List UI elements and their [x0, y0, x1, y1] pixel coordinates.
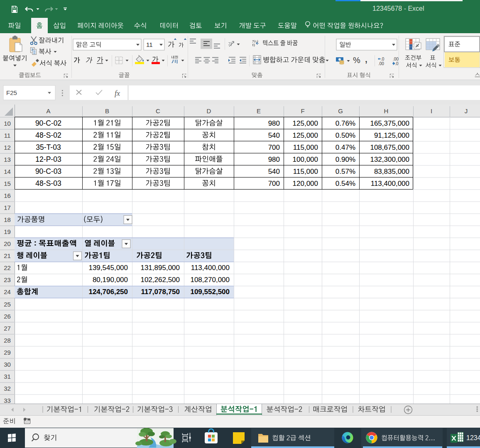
svg-text:22: 22 — [4, 264, 11, 271]
svg-text:A: A — [46, 107, 50, 114]
svg-text:29: 29 — [4, 349, 11, 356]
svg-text:80,190,000: 80,190,000 — [93, 276, 128, 284]
svg-text:0.54%: 0.54% — [336, 180, 355, 187]
svg-text:19: 19 — [4, 228, 11, 235]
svg-text:139,545,000: 139,545,000 — [88, 264, 128, 272]
svg-text:165,375,000: 165,375,000 — [370, 119, 409, 127]
svg-text:48-S-03: 48-S-03 — [35, 179, 61, 187]
svg-text:0.57%: 0.57% — [336, 168, 355, 175]
svg-text:25: 25 — [4, 301, 11, 308]
svg-text:102,262,500: 102,262,500 — [140, 276, 180, 284]
svg-text:30: 30 — [4, 361, 11, 368]
svg-text:23: 23 — [4, 276, 11, 283]
svg-text:27: 27 — [4, 325, 11, 332]
svg-text:31: 31 — [4, 373, 11, 380]
svg-text:700: 700 — [268, 180, 280, 187]
svg-text:fx: fx — [115, 89, 120, 97]
svg-text:16: 16 — [4, 192, 11, 199]
svg-text:21: 21 — [4, 252, 11, 259]
svg-text:108,675,000: 108,675,000 — [370, 144, 409, 151]
svg-text:%: % — [353, 56, 360, 65]
svg-text:.0: .0 — [395, 61, 399, 66]
svg-text:35-T-03: 35-T-03 — [36, 143, 61, 151]
svg-text:108,270,000: 108,270,000 — [190, 276, 230, 284]
svg-text:700: 700 — [268, 144, 280, 151]
svg-text:109,552,500: 109,552,500 — [190, 288, 230, 296]
svg-text:.00: .00 — [393, 57, 399, 61]
svg-text:12345678 - Excel: 12345678 - Excel — [372, 5, 424, 12]
svg-text:980: 980 — [268, 156, 280, 163]
svg-text:32: 32 — [4, 385, 11, 392]
svg-text:B: B — [105, 107, 109, 114]
svg-text:28: 28 — [4, 337, 11, 344]
svg-text:F25: F25 — [6, 89, 17, 96]
svg-text:117,078,750: 117,078,750 — [141, 288, 180, 296]
svg-text:H: H — [384, 107, 389, 114]
svg-text:12: 12 — [4, 144, 11, 151]
svg-text:C: C — [156, 107, 160, 114]
svg-text:14: 14 — [4, 168, 11, 175]
svg-text:132,300,000: 132,300,000 — [370, 156, 409, 163]
svg-text:F: F — [301, 107, 304, 114]
svg-text:G: G — [338, 107, 343, 114]
svg-text:90-C-02: 90-C-02 — [35, 119, 61, 127]
svg-text:12345: 12345 — [466, 434, 480, 441]
svg-text:540: 540 — [268, 131, 280, 139]
svg-text:24: 24 — [4, 288, 11, 295]
svg-text:113,400,000: 113,400,000 — [371, 180, 409, 187]
svg-text:15: 15 — [4, 180, 11, 187]
svg-text:,: , — [365, 52, 368, 65]
svg-text:83,835,000: 83,835,000 — [374, 168, 409, 175]
svg-text:125,000: 125,000 — [293, 119, 318, 127]
svg-text:13: 13 — [4, 156, 11, 163]
svg-text:17: 17 — [4, 204, 11, 211]
svg-text:115,000: 115,000 — [293, 144, 318, 151]
svg-text:124,706,250: 124,706,250 — [88, 288, 128, 296]
svg-text:0.50%: 0.50% — [336, 131, 355, 139]
svg-text:100,000: 100,000 — [293, 156, 318, 163]
svg-text:48-S-02: 48-S-02 — [35, 131, 61, 139]
svg-text:.0: .0 — [381, 57, 384, 61]
svg-text:26: 26 — [4, 313, 11, 320]
svg-text:131,895,000: 131,895,000 — [140, 264, 180, 272]
svg-text:91,125,000: 91,125,000 — [374, 131, 409, 139]
svg-text:540: 540 — [268, 168, 280, 175]
svg-text:D: D — [207, 107, 211, 114]
svg-text:I: I — [431, 107, 432, 114]
svg-text:90-C-03: 90-C-03 — [35, 167, 61, 175]
svg-text:125,000: 125,000 — [293, 131, 318, 139]
svg-text:20: 20 — [4, 240, 11, 247]
svg-text:J: J — [465, 107, 468, 114]
svg-text:33: 33 — [4, 397, 11, 404]
svg-text:115,000: 115,000 — [293, 168, 318, 175]
svg-text:11: 11 — [146, 41, 153, 48]
svg-text:18: 18 — [4, 216, 11, 223]
svg-text:0.47%: 0.47% — [336, 144, 355, 151]
svg-text:12-P-03: 12-P-03 — [35, 155, 61, 163]
svg-text:.00: .00 — [378, 61, 384, 66]
svg-text:0.90%: 0.90% — [336, 156, 355, 163]
svg-text:11: 11 — [4, 132, 11, 139]
svg-text:113,400,000: 113,400,000 — [191, 264, 230, 272]
svg-text:0.76%: 0.76% — [336, 119, 355, 127]
svg-text:10: 10 — [4, 120, 11, 127]
svg-text:120,000: 120,000 — [293, 180, 318, 187]
svg-text:E: E — [257, 107, 261, 114]
svg-text:980: 980 — [268, 119, 280, 127]
